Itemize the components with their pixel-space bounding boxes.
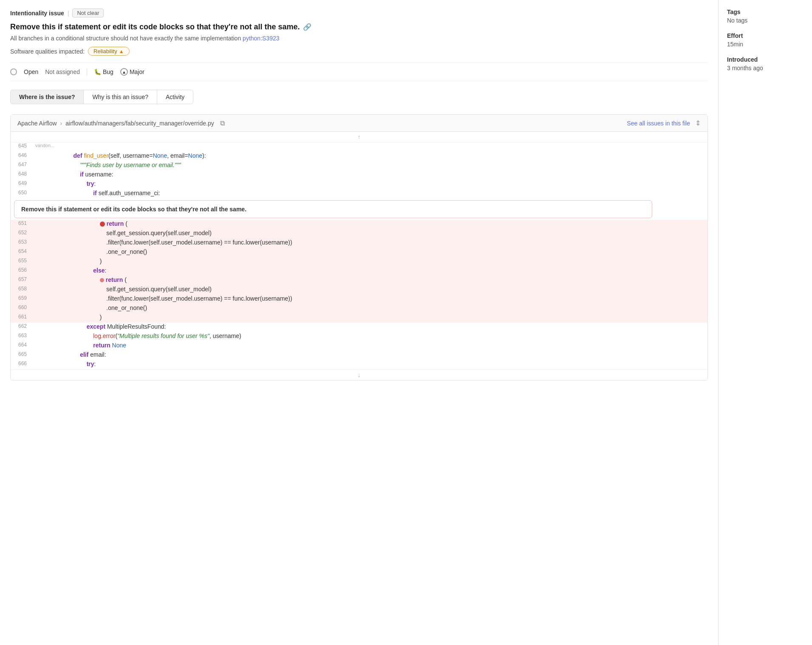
line-content-660: .one_or_none() <box>63 304 707 312</box>
code-row-645: 645 vandon... <box>11 142 707 152</box>
line-num-653: 653 <box>11 239 32 245</box>
sidebar-introduced-section: Introduced 3 months ago <box>727 56 804 71</box>
line-author-647 <box>32 161 62 162</box>
issue-type-bar: Intentionality issue | Not clear <box>10 9 708 17</box>
line-author-665 <box>32 351 62 352</box>
code-row-662: 662 except MultipleResultsFound: <box>11 323 707 332</box>
code-row-655: 655 ) <box>11 257 707 267</box>
quality-badge[interactable]: Reliability ▲ <box>88 47 130 56</box>
issue-popup-text: Remove this if statement or edit its cod… <box>21 206 246 213</box>
line-content-656: else: <box>63 267 707 274</box>
divider: | <box>68 10 69 17</box>
code-row-665: 665 elif email: <box>11 351 707 360</box>
bug-label: Bug <box>103 68 113 75</box>
tab-activity[interactable]: Activity <box>157 90 193 104</box>
line-author-666 <box>32 360 62 361</box>
major-label: Major <box>130 68 144 75</box>
code-row-666: 666 try: <box>11 360 707 369</box>
line-author-664 <box>32 341 62 342</box>
quality-badge-text: Reliability <box>93 48 117 54</box>
line-num-650: 650 <box>11 189 32 196</box>
line-num-660: 660 <box>11 304 32 311</box>
breadcrumb-separator: › <box>60 120 62 127</box>
line-author-657 <box>32 276 62 277</box>
scroll-up-indicator[interactable]: ↑ <box>11 132 707 142</box>
line-author-659 <box>32 295 62 296</box>
line-num-649: 649 <box>11 180 32 187</box>
code-row-658: 658 self.get_session.query(self.user_mod… <box>11 285 707 295</box>
line-content-645 <box>63 142 707 143</box>
rule-link[interactable]: python:S3923 <box>243 35 279 42</box>
issue-type-label: Intentionality issue <box>10 10 64 17</box>
line-content-649: try: <box>63 180 707 188</box>
status-bar: Open Not assigned 🐛 Bug ▲ Major <box>10 63 708 81</box>
introduced-title: Introduced <box>727 56 804 63</box>
bug-icon: 🐛 <box>94 68 101 75</box>
code-row-653: 653 .filter(func.lower(self.user_model.u… <box>11 239 707 248</box>
line-num-661: 661 <box>11 313 32 320</box>
code-row-648: 648 if username: <box>11 170 707 180</box>
line-num-659: 659 <box>11 295 32 301</box>
line-content-658: self.get_session.query(self.user_model) <box>63 285 707 293</box>
line-content-650: if self.auth_username_ci: <box>63 189 707 197</box>
line-num-663: 663 <box>11 332 32 339</box>
code-content: ↑ 645 vandon... 646 def find_user(self, … <box>11 132 707 380</box>
line-num-655: 655 <box>11 257 32 264</box>
sidebar-tags-section: Tags No tags <box>727 9 804 24</box>
line-author-651 <box>32 220 62 221</box>
line-num-657: 657 <box>11 276 32 283</box>
tab-where-is-issue[interactable]: Where is the issue? <box>10 90 84 104</box>
line-author-661 <box>32 313 62 314</box>
scroll-down-arrow[interactable]: ↓ <box>358 372 361 378</box>
copy-icon[interactable]: ⧉ <box>220 119 225 127</box>
line-num-654: 654 <box>11 248 32 255</box>
line-content-659: .filter(func.lower(self.user_model.usern… <box>63 295 707 302</box>
line-author-658 <box>32 285 62 286</box>
issue-title: Remove this if statement or edit its cod… <box>10 23 708 31</box>
code-row-646: 646 def find_user(self, username=None, e… <box>11 152 707 161</box>
line-content-661: ) <box>63 313 707 321</box>
scroll-up-arrow[interactable]: ↑ <box>358 134 361 140</box>
qualities-label: Software qualities impacted: <box>10 48 85 55</box>
bug-badge: 🐛 Bug <box>94 68 113 75</box>
tab-why-is-issue[interactable]: Why is this an issue? <box>84 90 157 104</box>
line-num-656: 656 <box>11 267 32 273</box>
line-content-665: elif email: <box>63 351 707 358</box>
breadcrumb-left: Apache Airflow › airflow/auth/managers/f… <box>17 119 225 127</box>
scroll-down-indicator[interactable]: ↓ <box>11 369 707 380</box>
line-content-654: .one_or_none() <box>63 248 707 256</box>
not-assigned-label: Not assigned <box>45 68 80 75</box>
qualities-row: Software qualities impacted: Reliability… <box>10 47 708 56</box>
line-author-660 <box>32 304 62 305</box>
see-all-link[interactable]: See all issues in this file <box>627 120 690 127</box>
tags-title: Tags <box>727 9 804 15</box>
line-author-645: vandon... <box>32 142 62 148</box>
expand-icon[interactable]: ⇕ <box>695 119 701 127</box>
code-row-659: 659 .filter(func.lower(self.user_model.u… <box>11 295 707 304</box>
code-row-661: 661 ) <box>11 313 707 323</box>
line-content-662: except MultipleResultsFound: <box>63 323 707 330</box>
link-icon[interactable]: 🔗 <box>303 23 311 31</box>
project-name: Apache Airflow <box>17 120 57 127</box>
open-label: Open <box>24 68 38 75</box>
line-author-650 <box>32 189 62 190</box>
code-row-654: 654 .one_or_none() <box>11 248 707 257</box>
line-author-662 <box>32 323 62 324</box>
line-author-652 <box>32 229 62 230</box>
tabs-bar: Where is the issue? Why is this an issue… <box>10 90 708 104</box>
line-num-645: 645 <box>11 142 32 149</box>
line-author-646 <box>32 152 62 153</box>
description-text: All branches in a conditional structure … <box>10 35 241 42</box>
open-radio[interactable] <box>10 68 17 75</box>
line-content-653: .filter(func.lower(self.user_model.usern… <box>63 239 707 246</box>
code-viewer: Apache Airflow › airflow/auth/managers/f… <box>10 114 708 381</box>
separator <box>87 68 87 75</box>
code-row-651: 651 return ( <box>11 220 707 229</box>
line-num-658: 658 <box>11 285 32 292</box>
line-num-646: 646 <box>11 152 32 159</box>
line-content-655: ) <box>63 257 707 265</box>
line-num-665: 665 <box>11 351 32 358</box>
code-row-652: 652 self.get_session.query(self.user_mod… <box>11 229 707 239</box>
line-content-648: if username: <box>63 170 707 178</box>
line-content-651: return ( <box>63 220 707 227</box>
